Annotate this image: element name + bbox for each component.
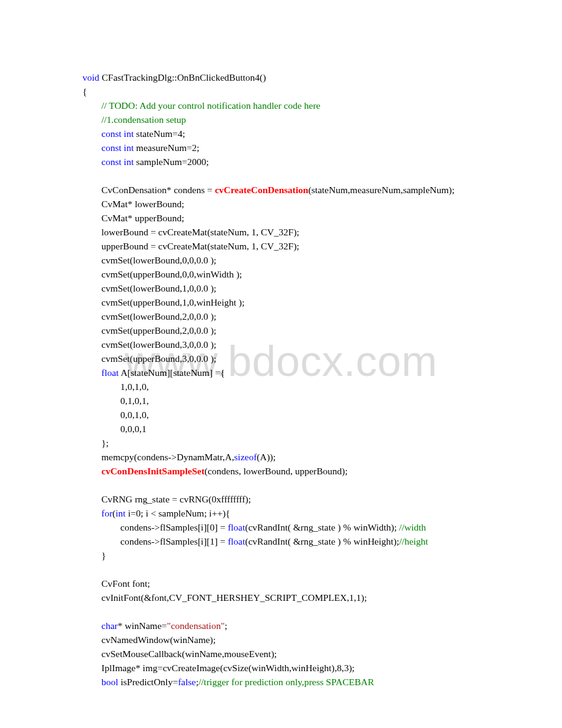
code-line: condens->flSamples[i][0] = float(cvRandI…	[82, 520, 480, 534]
keyword: const int	[82, 156, 134, 167]
blank-line	[82, 169, 480, 183]
keyword: sizeof	[234, 452, 257, 462]
code-line: }	[82, 548, 480, 562]
code-line: 1,0,1,0,	[82, 380, 480, 394]
code-text: A[stateNum][stateNum] ={	[119, 367, 225, 378]
keyword: const int	[82, 142, 134, 153]
keyword: false	[178, 677, 195, 687]
keyword: const int	[82, 128, 134, 139]
code-line: char* winName="condensation";	[82, 619, 480, 633]
code-text: ;	[225, 620, 227, 631]
code-line: cvSetMouseCallback(winName,mouseEvent);	[82, 647, 480, 661]
code-text: sampleNum=2000;	[134, 156, 209, 167]
code-text: condens->flSamples[i][0] =	[82, 522, 228, 532]
keyword: float	[228, 536, 245, 546]
keyword: for	[82, 508, 112, 518]
keyword: char	[82, 620, 118, 631]
keyword: bool	[82, 677, 119, 687]
code-line: // TODO: Add your control notification h…	[82, 98, 480, 112]
code-text: * winName=	[118, 620, 167, 631]
blank-line	[82, 605, 480, 619]
code-line: for(int i=0; i < sampleNum; i++){	[82, 506, 480, 520]
function-emph: cvConDensInitSampleSet	[101, 466, 205, 476]
code-text: (A));	[257, 452, 276, 462]
code-text: CFastTrackingDlg::OnBnClickedButton4()	[100, 72, 266, 83]
code-line: cvmSet(upperBound,3,0,0.0 );	[82, 351, 480, 366]
keyword: void	[82, 72, 100, 83]
code-line: bool isPredictOnly=false;//trigger for p…	[82, 675, 480, 689]
code-line: cvConDensInitSampleSet(condens, lowerBou…	[82, 464, 480, 478]
code-line: cvmSet(upperBound,2,0,0.0 );	[82, 323, 480, 337]
comment: //1.condensation setup	[82, 114, 186, 125]
keyword: int	[115, 508, 125, 518]
keyword: float	[228, 522, 245, 532]
code-block: void CFastTrackingDlg::OnBnClickedButton…	[82, 70, 480, 689]
code-text: isPredictOnly=	[119, 677, 178, 687]
code-text: (condens, lowerBound, upperBound);	[205, 466, 348, 476]
code-text: CvConDensation* condens =	[82, 185, 215, 195]
comment: //height	[400, 536, 428, 546]
code-line: const int measureNum=2;	[82, 141, 480, 155]
code-text: stateNum=4;	[134, 128, 185, 139]
code-line: CvConDensation* condens = cvCreateConDen…	[82, 183, 480, 197]
comment: //width	[399, 522, 426, 532]
code-line: condens->flSamples[i][1] = float(cvRandI…	[82, 534, 480, 548]
code-text: measureNum=2;	[134, 142, 199, 153]
code-line: const int sampleNum=2000;	[82, 155, 480, 169]
code-line: cvmSet(lowerBound,2,0,0.0 );	[82, 309, 480, 323]
code-line: const int stateNum=4;	[82, 127, 480, 141]
code-text: (cvRandInt( &rng_state ) % winHeight);	[245, 536, 399, 546]
code-text: (cvRandInt( &rng_state ) % winWidth);	[245, 522, 399, 532]
code-line: cvmSet(upperBound,0,0,winWidth );	[82, 267, 480, 281]
code-line: //1.condensation setup	[82, 112, 480, 127]
code-text	[82, 466, 101, 476]
code-line: CvRNG rng_state = cvRNG(0xffffffff);	[82, 492, 480, 506]
comment: //trigger for prediction only,press SPAC…	[199, 677, 374, 687]
blank-line	[82, 478, 480, 492]
code-line: 0,0,1,0,	[82, 408, 480, 422]
code-line: CvMat* upperBound;	[82, 211, 480, 225]
code-line: void CFastTrackingDlg::OnBnClickedButton…	[82, 70, 480, 84]
code-line: CvMat* lowerBound;	[82, 197, 480, 211]
function-emph: cvCreateConDensation	[215, 185, 308, 195]
code-text: (stateNum,measureNum,sampleNum);	[308, 185, 454, 195]
code-line: 0,0,0,1	[82, 422, 480, 436]
code-line: memcpy(condens->DynamMatr,A,sizeof(A));	[82, 450, 480, 464]
code-line: upperBound = cvCreateMat(stateNum, 1, CV…	[82, 239, 480, 253]
code-text: memcpy(condens->DynamMatr,A,	[82, 452, 234, 462]
code-line: IplImage* img=cvCreateImage(cvSize(winWi…	[82, 661, 480, 675]
code-line: cvmSet(upperBound,1,0,winHeight );	[82, 295, 480, 309]
code-text: condens->flSamples[i][1] =	[82, 536, 228, 546]
code-line: lowerBound = cvCreateMat(stateNum, 1, CV…	[82, 225, 480, 239]
code-line: cvmSet(lowerBound,3,0,0.0 );	[82, 337, 480, 351]
code-line: 0,1,0,1,	[82, 394, 480, 408]
blank-line	[82, 562, 480, 576]
code-text: i=0; i < sampleNum; i++){	[126, 508, 230, 518]
string-literal: "condensation"	[167, 620, 224, 631]
code-line: cvmSet(lowerBound,1,0,0.0 );	[82, 281, 480, 295]
code-line: cvmSet(lowerBound,0,0,0.0 );	[82, 253, 480, 267]
code-line: cvNamedWindow(winName);	[82, 633, 480, 647]
keyword: float	[82, 367, 119, 378]
comment: // TODO: Add your control notification h…	[82, 100, 320, 111]
code-line: cvInitFont(&font,CV_FONT_HERSHEY_SCRIPT_…	[82, 590, 480, 605]
code-line: {	[82, 84, 480, 98]
code-line: };	[82, 436, 480, 450]
code-line: float A[stateNum][stateNum] ={	[82, 366, 480, 380]
code-line: CvFont font;	[82, 576, 480, 590]
document-page: www.bdocx.com void CFastTrackingDlg::OnB…	[0, 0, 562, 728]
